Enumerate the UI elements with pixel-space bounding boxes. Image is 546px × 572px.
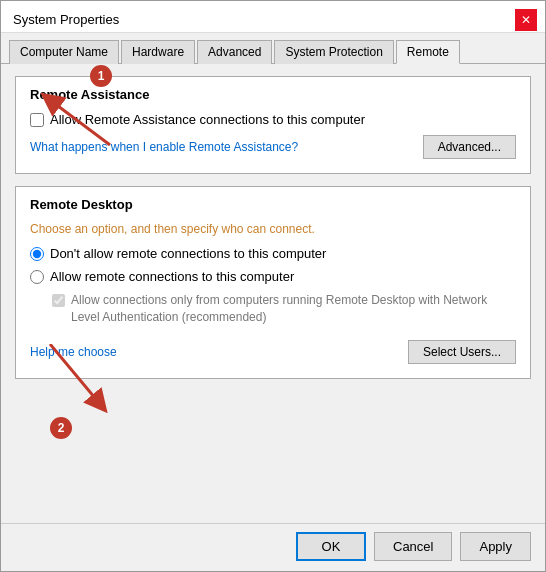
help-row: Help me choose 2 <box>30 340 516 364</box>
nla-row: Allow connections only from computers ru… <box>52 292 516 326</box>
no-remote-connections-row: Don't allow remote connections to this c… <box>30 246 516 261</box>
remote-assistance-advanced-btn[interactable]: Advanced... <box>423 135 516 159</box>
remote-assistance-section: Remote Assistance Allow Remote Assistanc… <box>15 76 531 174</box>
close-button[interactable]: ✕ <box>515 9 537 31</box>
title-bar: System Properties ✕ <box>1 1 545 33</box>
nla-label: Allow connections only from computers ru… <box>71 292 516 326</box>
tab-system-protection[interactable]: System Protection <box>274 40 393 64</box>
tab-bar: Computer Name Hardware Advanced System P… <box>1 33 545 64</box>
cancel-button[interactable]: Cancel <box>374 532 452 561</box>
dialog-footer: OK Cancel Apply <box>1 523 545 571</box>
no-remote-connections-radio[interactable] <box>30 247 44 261</box>
allow-remote-assistance-checkbox[interactable] <box>30 113 44 127</box>
allow-remote-assistance-row: Allow Remote Assistance connections to t… <box>30 112 516 127</box>
remote-assistance-help-link[interactable]: What happens when I enable Remote Assist… <box>30 140 298 154</box>
annotation-badge-2: 2 <box>50 417 72 439</box>
dialog-inner: Remote Assistance Allow Remote Assistanc… <box>1 64 545 571</box>
select-users-btn[interactable]: Select Users... <box>408 340 516 364</box>
tab-computer-name[interactable]: Computer Name <box>9 40 119 64</box>
dialog-title: System Properties <box>13 12 119 27</box>
remote-desktop-description: Choose an option, and then specify who c… <box>30 222 516 236</box>
system-properties-dialog: System Properties ✕ Computer Name Hardwa… <box>0 0 546 572</box>
ok-button[interactable]: OK <box>296 532 366 561</box>
allow-remote-connections-row: Allow remote connections to this compute… <box>30 269 516 284</box>
allow-remote-connections-label: Allow remote connections to this compute… <box>50 269 294 284</box>
tab-hardware[interactable]: Hardware <box>121 40 195 64</box>
no-remote-connections-label: Don't allow remote connections to this c… <box>50 246 326 261</box>
allow-remote-connections-radio[interactable] <box>30 270 44 284</box>
tab-remote[interactable]: Remote <box>396 40 460 64</box>
remote-assistance-label: Remote Assistance <box>30 87 516 102</box>
remote-desktop-section: Remote Desktop Choose an option, and the… <box>15 186 531 379</box>
remote-desktop-label: Remote Desktop <box>30 197 516 212</box>
annotation-badge-1: 1 <box>90 65 112 87</box>
help-me-choose-link[interactable]: Help me choose <box>30 345 117 359</box>
nla-checkbox[interactable] <box>52 294 65 307</box>
apply-button[interactable]: Apply <box>460 532 531 561</box>
allow-remote-assistance-label: Allow Remote Assistance connections to t… <box>50 112 365 127</box>
tab-advanced[interactable]: Advanced <box>197 40 272 64</box>
content-area: Remote Assistance Allow Remote Assistanc… <box>1 64 545 523</box>
